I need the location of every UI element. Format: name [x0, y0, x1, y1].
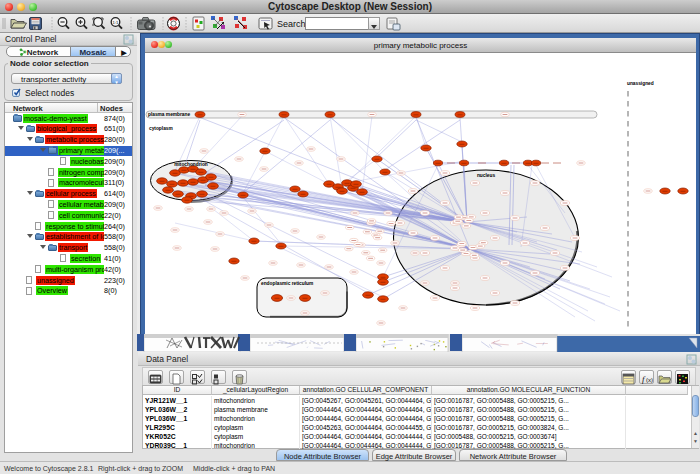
svg-text:unassigned: unassigned [627, 81, 654, 86]
svg-text:1:1: 1:1 [113, 20, 119, 25]
svg-text:(x): (x) [646, 377, 653, 383]
svg-text:mitochondrion: mitochondrion [174, 162, 208, 167]
svg-text:cytoplasm: cytoplasm [149, 126, 173, 131]
svg-text:nucleus: nucleus [477, 173, 495, 178]
svg-text:plasma membrane: plasma membrane [148, 112, 190, 117]
svg-text:endoplasmic reticulum: endoplasmic reticulum [261, 281, 313, 286]
